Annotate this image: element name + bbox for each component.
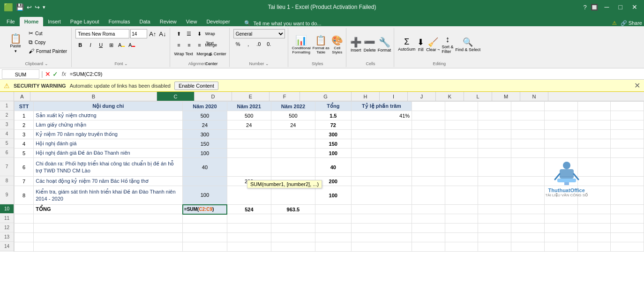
cell-e11[interactable] xyxy=(271,214,315,224)
cell-h14[interactable] xyxy=(412,242,445,252)
cell-b3[interactable]: Làm giấy chứng nhận xyxy=(34,120,183,130)
tab-insert[interactable]: Insert xyxy=(43,17,66,26)
delete-btn[interactable]: ➖ Delete xyxy=(364,37,376,52)
cell-d5[interactable] xyxy=(227,139,271,149)
row-num-5[interactable]: 5 xyxy=(0,139,14,148)
cell-f12[interactable] xyxy=(315,224,352,233)
cell-c14[interactable] xyxy=(183,242,227,252)
cell-j3[interactable] xyxy=(478,120,511,130)
col-header-i[interactable]: I xyxy=(380,92,408,101)
row-num-2[interactable]: 2 xyxy=(0,111,14,120)
increase-decimal-btn[interactable]: .0 xyxy=(254,39,263,49)
cell-g7[interactable] xyxy=(351,158,412,177)
cell-l13[interactable] xyxy=(544,233,577,242)
cell-a10[interactable] xyxy=(15,205,34,214)
cell-b12[interactable] xyxy=(34,224,183,233)
cell-b5[interactable]: Hội nghị đánh giá xyxy=(34,139,183,149)
cell-i9[interactable] xyxy=(445,186,478,205)
cell-j6[interactable] xyxy=(478,149,511,158)
cell-k5[interactable] xyxy=(511,139,545,149)
cell-b10[interactable]: TỔNG xyxy=(34,205,183,214)
cell-n14[interactable] xyxy=(611,242,644,252)
cell-a11[interactable] xyxy=(15,214,34,224)
cell-k11[interactable] xyxy=(511,214,545,224)
cell-e3[interactable]: 24 xyxy=(271,120,315,130)
cell-b11[interactable] xyxy=(34,214,183,224)
wrap-text-btn[interactable]: Wrap Text xyxy=(205,29,214,38)
row-num-6[interactable]: 6 xyxy=(0,148,14,157)
copy-button[interactable]: ⧉ Copy xyxy=(27,38,68,46)
fill-color-button[interactable]: A▬ xyxy=(117,40,126,50)
cell-l12[interactable] xyxy=(544,224,577,233)
cell-h9[interactable] xyxy=(412,186,445,205)
cell-m4[interactable] xyxy=(577,130,611,139)
cell-k7[interactable] xyxy=(511,158,545,177)
cell-d2[interactable]: 500 xyxy=(227,111,271,120)
cell-j1[interactable] xyxy=(478,102,511,111)
cell-d11[interactable] xyxy=(227,214,271,224)
cell-m6[interactable] xyxy=(577,149,611,158)
cell-h7[interactable] xyxy=(412,158,445,177)
row-num-12[interactable]: 12 xyxy=(0,223,14,232)
col-header-b[interactable]: B xyxy=(30,92,157,101)
conditional-formatting-btn[interactable]: 📊 ConditionalFormatting xyxy=(292,35,311,54)
cell-i13[interactable] xyxy=(445,233,478,242)
confirm-formula-btn[interactable]: ✓ xyxy=(52,70,58,78)
cell-e5[interactable] xyxy=(271,139,315,149)
cell-n4[interactable] xyxy=(611,130,644,139)
cell-n10[interactable] xyxy=(611,205,644,214)
cell-h8[interactable] xyxy=(412,177,445,186)
save-btn[interactable]: 💾 xyxy=(16,3,24,11)
cell-j2[interactable] xyxy=(478,111,511,120)
cell-f9[interactable]: 100 xyxy=(315,186,352,205)
cell-styles-btn[interactable]: 🎨 CellStyles xyxy=(331,35,343,54)
cell-k13[interactable] xyxy=(511,233,545,242)
row-num-9[interactable]: 9 xyxy=(0,186,14,204)
cell-h3[interactable] xyxy=(412,120,445,130)
tab-view[interactable]: View xyxy=(181,17,202,26)
bold-button[interactable]: B xyxy=(75,40,85,50)
row-num-7[interactable]: 7 xyxy=(0,157,14,176)
minimize-btn[interactable]: ─ xyxy=(602,2,612,12)
cell-b13[interactable] xyxy=(34,233,183,242)
cell-g14[interactable] xyxy=(351,242,412,252)
col-header-j[interactable]: J xyxy=(408,92,436,101)
cell-j7[interactable] xyxy=(478,158,511,177)
tab-formulas[interactable]: Formulas xyxy=(104,17,135,26)
align-left-btn[interactable]: ≡ xyxy=(174,40,183,50)
find-select-btn[interactable]: 🔍 Find & Select xyxy=(456,37,481,52)
cell-j10[interactable] xyxy=(478,205,511,214)
cell-i6[interactable] xyxy=(445,149,478,158)
cell-d7[interactable] xyxy=(227,158,271,177)
font-family-selector[interactable] xyxy=(75,29,129,38)
cell-l2[interactable] xyxy=(544,111,577,120)
cell-c3[interactable]: 24 xyxy=(183,120,227,130)
cell-e14[interactable] xyxy=(271,242,315,252)
cell-m13[interactable] xyxy=(577,233,611,242)
cell-h1[interactable] xyxy=(412,102,445,111)
cell-g12[interactable] xyxy=(351,224,412,233)
cell-c5[interactable]: 150 xyxy=(183,139,227,149)
format-btn[interactable]: 🔧 Format xyxy=(378,37,391,52)
cell-j4[interactable] xyxy=(478,130,511,139)
cell-e13[interactable] xyxy=(271,233,315,242)
cell-k8[interactable] xyxy=(511,177,545,186)
help-icon[interactable]: ? xyxy=(583,4,586,11)
security-close-button[interactable]: ✕ xyxy=(634,81,640,90)
share-btn[interactable]: 🔗 Share xyxy=(621,20,642,26)
cell-l1[interactable] xyxy=(544,102,577,111)
paste-dropdown[interactable]: ▾ xyxy=(15,49,17,53)
cell-c2[interactable]: 500 xyxy=(183,111,227,120)
cell-d4[interactable] xyxy=(227,130,271,139)
cell-c10[interactable]: =SUM(C2:C9) xyxy=(183,205,227,214)
cell-j13[interactable] xyxy=(478,233,511,242)
cell-h5[interactable] xyxy=(412,139,445,149)
cell-n5[interactable] xyxy=(611,139,644,149)
cell-j9[interactable] xyxy=(478,186,511,205)
cell-e9[interactable] xyxy=(271,186,315,205)
cell-i12[interactable] xyxy=(445,224,478,233)
cell-a6[interactable]: 5 xyxy=(15,149,34,158)
cell-n8[interactable] xyxy=(611,177,644,186)
undo-btn[interactable]: ↩ xyxy=(27,4,32,11)
increase-font-btn[interactable]: A↑ xyxy=(148,30,157,38)
